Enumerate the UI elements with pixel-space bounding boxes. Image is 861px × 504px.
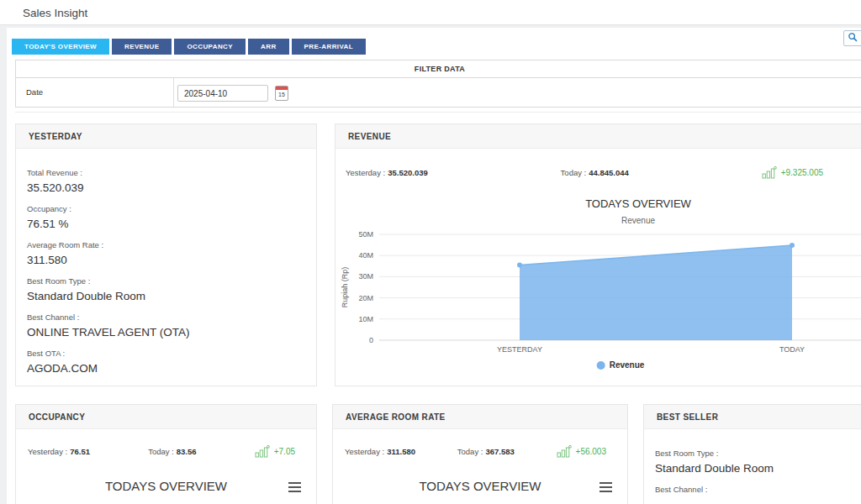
stat-average-room-rate: Average Room Rate : 311.580 <box>27 240 304 266</box>
stat-best-channel: Best Channel : <box>655 485 861 494</box>
tab-revenue[interactable]: REVENUE <box>112 39 172 55</box>
svg-text:40M: 40M <box>358 251 373 260</box>
legend-marker-icon <box>597 361 605 370</box>
revenue-area-chart: 010M20M30M40M50MRupiah (Rp)YESTERDAYTODA… <box>335 194 861 362</box>
svg-text:0: 0 <box>369 336 373 344</box>
yesterday-card-body: Total Revenue : 35.520.039 Occupancy : 7… <box>16 149 316 375</box>
svg-text:50M: 50M <box>358 230 373 239</box>
tab-occupancy[interactable]: OCCUPANCY <box>174 39 246 55</box>
yesterday-card: YESTERDAY Total Revenue : 35.520.039 Occ… <box>15 123 317 386</box>
svg-text:20M: 20M <box>358 294 373 302</box>
yesterday-card-title: YESTERDAY <box>16 124 316 149</box>
growth-chart-icon <box>557 445 572 458</box>
occupancy-card-title: OCCUPANCY <box>16 405 316 429</box>
occupancy-delta-stat: +7.05 <box>255 445 295 458</box>
revenue-card: REVENUE Yesterday :35.520.039 Today :44.… <box>335 123 861 386</box>
revenue-today-stat: Today :44.845.044 <box>561 168 629 177</box>
date-input[interactable] <box>177 85 268 102</box>
filter-date-row: Date <box>16 78 174 107</box>
stat-total-revenue: Total Revenue : 35.520.039 <box>27 168 304 194</box>
stat-best-room-type: Best Room Type : Standard Double Room <box>655 449 861 475</box>
revenue-yesterday-stat: Yesterday :35.520.039 <box>346 168 428 177</box>
average-room-rate-card-title: AVERAGE ROOM RATE <box>333 405 627 429</box>
svg-text:YESTERDAY: YESTERDAY <box>497 345 542 354</box>
stat-occupancy: Occupancy : 76.51 % <box>27 204 304 230</box>
date-label: Date <box>26 87 43 97</box>
svg-text:TODAY: TODAY <box>779 345 805 354</box>
tab-pre-arrival[interactable]: PRE-ARRIVAL <box>292 39 366 55</box>
sales-insight-screen: Sales Insight TODAY'S OVERVIEW REVENUE O… <box>0 0 861 504</box>
filter-panel: FILTER DATA Date 15 <box>15 60 861 108</box>
calendar-icon[interactable]: 15 <box>275 86 288 101</box>
top-bar: Sales Insight <box>0 0 861 25</box>
arr-stats-row: Yesterday :311.580 Today :367.583 +56.00… <box>333 429 627 458</box>
tab-arr[interactable]: ARR <box>248 39 289 55</box>
search-button[interactable] <box>843 30 861 46</box>
best-seller-card-title: BEST SELLER <box>644 405 861 429</box>
calendar-icon-day: 15 <box>276 92 288 97</box>
chart-legend-revenue[interactable]: Revenue <box>597 360 645 370</box>
chart-menu-icon[interactable] <box>600 482 612 492</box>
svg-text:TODAYS OVERVIEW: TODAYS OVERVIEW <box>585 197 691 210</box>
arr-today-stat: Today :367.583 <box>457 447 515 456</box>
page-title: Sales Insight <box>23 7 87 19</box>
stat-best-room-type: Best Room Type : Standard Double Room <box>27 276 304 302</box>
svg-text:Rupiah (Rp): Rupiah (Rp) <box>341 267 349 308</box>
svg-text:10M: 10M <box>358 315 373 323</box>
best-seller-card: BEST SELLER Best Room Type : Standard Do… <box>643 404 861 504</box>
revenue-stats-row: Yesterday :35.520.039 Today :44.845.044 … <box>335 149 861 179</box>
best-seller-card-body: Best Room Type : Standard Double Room Be… <box>644 429 861 494</box>
search-icon <box>848 32 858 43</box>
revenue-delta-stat: +9.325.005 <box>762 166 823 179</box>
tab-bar: TODAY'S OVERVIEW REVENUE OCCUPANCY ARR P… <box>12 39 366 55</box>
arr-chart-title: TODAYS OVERVIEW <box>333 479 627 493</box>
stat-best-channel: Best Channel : ONLINE TRAVEL AGENT (OTA) <box>27 312 304 339</box>
chart-menu-icon[interactable] <box>288 482 301 492</box>
stat-best-ota: Best OTA : AGODA.COM <box>27 349 304 375</box>
occupancy-card: OCCUPANCY Yesterday :76.51 Today :83.56 … <box>15 404 317 504</box>
calendar-icon-header <box>276 87 288 90</box>
filter-divider <box>15 112 861 113</box>
growth-chart-icon <box>255 445 270 458</box>
growth-chart-icon <box>762 166 777 179</box>
filter-panel-title: FILTER DATA <box>16 60 861 78</box>
svg-text:Revenue: Revenue <box>621 216 655 225</box>
average-room-rate-card: AVERAGE ROOM RATE Yesterday :311.580 Tod… <box>332 404 628 504</box>
occupancy-chart-title: TODAYS OVERVIEW <box>16 479 316 493</box>
occupancy-stats-row: Yesterday :76.51 Today :83.56 +7.05 <box>16 429 316 458</box>
tab-todays-overview[interactable]: TODAY'S OVERVIEW <box>12 39 109 55</box>
arr-delta-stat: +56.003 <box>557 445 606 458</box>
revenue-card-title: REVENUE <box>335 124 861 149</box>
occupancy-today-stat: Today :83.56 <box>148 447 196 456</box>
arr-yesterday-stat: Yesterday :311.580 <box>345 447 415 456</box>
svg-text:30M: 30M <box>358 272 373 281</box>
occupancy-yesterday-stat: Yesterday :76.51 <box>28 447 90 456</box>
main-panel: TODAY'S OVERVIEW REVENUE OCCUPANCY ARR P… <box>7 28 861 504</box>
